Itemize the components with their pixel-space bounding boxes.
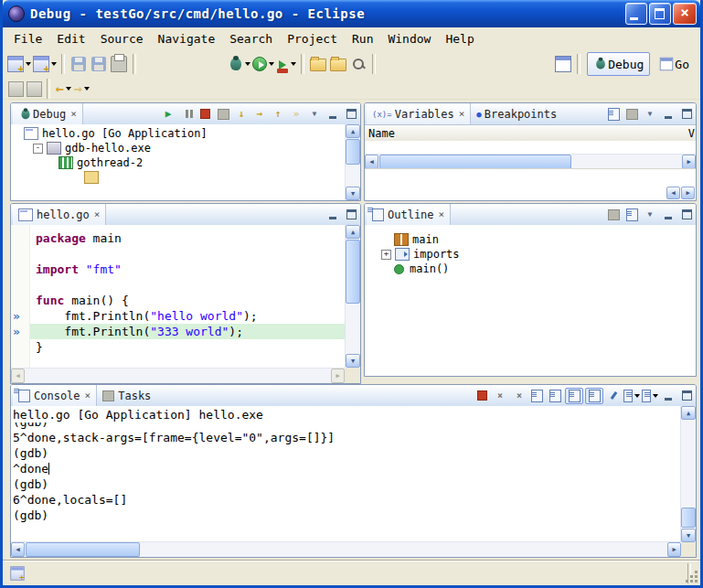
scroll-left-button[interactable]: ◀ (11, 542, 25, 557)
debug-launch-button[interactable] (229, 53, 250, 75)
outline-tree[interactable]: main + imports main() (365, 225, 696, 376)
expand-icon[interactable]: + (381, 250, 391, 260)
maximize-view-button[interactable] (678, 107, 695, 122)
editor-horizontal-scrollbar[interactable]: ◀ ▶ (11, 368, 345, 383)
fast-view-button[interactable] (9, 565, 26, 582)
suspend-button[interactable] (178, 107, 195, 122)
close-icon[interactable]: × (85, 390, 91, 401)
open-project-button[interactable] (329, 53, 347, 75)
debug-view-tab[interactable]: Debug × (13, 103, 83, 124)
close-icon[interactable]: × (94, 209, 101, 219)
scroll-right-button[interactable]: ▶ (667, 542, 681, 557)
editor-tab-hello-go[interactable]: hello.go × (13, 204, 106, 225)
print-button[interactable] (110, 53, 128, 75)
sort-button[interactable] (605, 208, 622, 222)
detail-scroll-right-button[interactable]: ▶ (681, 187, 695, 199)
debug-tree-item-process[interactable]: - gdb-hello.exe (11, 141, 346, 155)
variables-detail-pane[interactable]: ◀ ▶ (365, 168, 696, 200)
scroll-thumb[interactable] (681, 508, 696, 528)
maximize-view-button[interactable] (343, 107, 359, 122)
resize-grip[interactable] (687, 572, 698, 583)
menu-navigate[interactable]: Navigate (151, 30, 223, 48)
close-icon[interactable]: × (70, 109, 77, 119)
forward-button[interactable]: → (73, 80, 90, 97)
step-into-button[interactable]: ↓ (233, 107, 250, 122)
variables-horizontal-scrollbar[interactable]: ◀ ▶ (365, 154, 696, 169)
word-wrap-button[interactable] (565, 388, 583, 404)
perspective-go-button[interactable]: Go (653, 53, 695, 75)
show-console-on-output-button[interactable] (585, 388, 603, 404)
editor-vertical-scrollbar[interactable]: ▲ ▼ (345, 225, 360, 368)
menu-run[interactable]: Run (345, 30, 380, 48)
search-button[interactable] (349, 53, 367, 75)
outline-item-imports[interactable]: + imports (381, 247, 696, 262)
minimize-view-button[interactable] (325, 107, 341, 122)
debug-tree[interactable]: hello.go [Go Application] - gdb-hello.ex… (11, 124, 346, 200)
scroll-right-button[interactable]: ▶ (331, 369, 345, 383)
maximize-view-button[interactable] (343, 208, 359, 222)
scroll-right-button[interactable]: ▶ (682, 155, 696, 169)
resume-button[interactable]: ▶ (160, 107, 176, 122)
save-button[interactable] (69, 53, 88, 75)
variables-tab[interactable]: (x)= Variables × (367, 103, 471, 124)
minimize-view-button[interactable] (325, 208, 341, 222)
scroll-lock-button[interactable] (547, 389, 563, 403)
scroll-up-button[interactable]: ▲ (681, 406, 696, 420)
tasks-tab[interactable]: Tasks (97, 385, 156, 406)
open-console-button[interactable] (642, 389, 658, 403)
new-wizard-button[interactable] (7, 53, 31, 75)
close-window-button[interactable] (673, 3, 697, 25)
open-resource-button[interactable] (309, 53, 327, 75)
new-go-element-button[interactable] (33, 53, 57, 75)
pin-console-button[interactable] (605, 389, 622, 403)
scroll-thumb[interactable] (346, 240, 360, 304)
display-selected-console-button[interactable] (623, 389, 640, 403)
debug-vertical-scrollbar[interactable]: ▲ ▼ (345, 124, 360, 200)
menu-search[interactable]: Search (222, 30, 280, 48)
hide-fields-button[interactable] (623, 208, 640, 222)
debug-tree-item-partial[interactable] (11, 170, 346, 185)
outline-tab[interactable]: Outline × (367, 204, 451, 225)
code-area[interactable]: package main import "fmt" func main() { … (30, 225, 345, 368)
mark-occurrences-button[interactable] (26, 80, 42, 97)
scroll-thumb[interactable] (379, 155, 571, 169)
scroll-down-button[interactable]: ▼ (346, 354, 360, 368)
scroll-down-button[interactable]: ▼ (681, 529, 696, 542)
scroll-up-button[interactable]: ▲ (346, 225, 360, 239)
remove-all-launches-button[interactable]: × (510, 389, 527, 403)
menu-window[interactable]: Window (380, 30, 438, 48)
maximize-window-button[interactable] (649, 3, 671, 25)
editor-annotation-ruler[interactable]: » » (11, 225, 30, 368)
view-menu-button[interactable]: ▼ (642, 107, 658, 122)
scroll-left-button[interactable]: ◀ (11, 369, 25, 383)
breakpoints-tab[interactable]: ● Breakpoints (471, 103, 562, 124)
run-launch-button[interactable] (252, 53, 274, 75)
disconnect-button[interactable] (215, 107, 231, 122)
variables-tree-empty[interactable] (365, 141, 696, 154)
scroll-left-button[interactable]: ◀ (365, 155, 378, 169)
console-horizontal-scrollbar[interactable]: ◀ ▶ (11, 541, 681, 557)
step-over-button[interactable]: → (251, 107, 268, 122)
detail-scroll-left-button[interactable]: ◀ (666, 187, 680, 199)
menu-help[interactable]: Help (438, 30, 481, 48)
outline-item-package[interactable]: main (381, 232, 696, 247)
minimize-view-button[interactable] (660, 208, 676, 222)
scroll-thumb[interactable] (346, 139, 360, 165)
minimize-view-button[interactable] (660, 107, 676, 122)
title-bar[interactable]: Debug - testGo/src/cmd/hello.go - Eclips… (3, 0, 700, 27)
remove-launch-button[interactable]: × (492, 389, 508, 403)
maximize-view-button[interactable] (678, 208, 695, 222)
drop-to-frame-button[interactable]: » (288, 107, 304, 122)
outline-item-main-func[interactable]: main() (381, 262, 696, 276)
scroll-down-button[interactable]: ▼ (346, 187, 360, 200)
debug-tree-item-thread[interactable]: gothread-2 (11, 155, 346, 170)
close-icon[interactable]: × (439, 209, 445, 219)
menu-project[interactable]: Project (280, 30, 345, 48)
skip-breakpoints-button[interactable] (7, 80, 24, 97)
console-tab[interactable]: Console × (13, 385, 97, 406)
back-button[interactable]: ← (55, 80, 71, 97)
terminate-button[interactable] (197, 107, 213, 122)
step-return-button[interactable]: ↑ (270, 107, 286, 122)
menu-file[interactable]: File (6, 30, 49, 48)
perspective-debug-button[interactable]: Debug (587, 52, 650, 76)
